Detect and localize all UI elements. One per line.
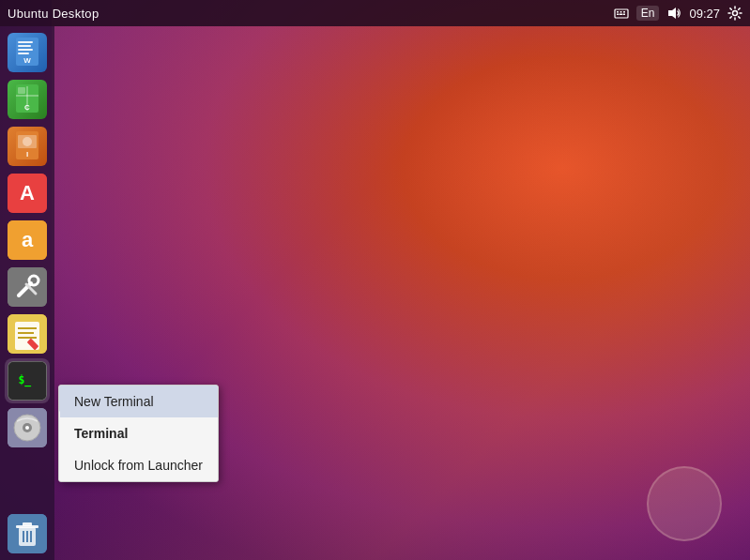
- launcher-item-impress[interactable]: I: [5, 124, 50, 169]
- svg-point-44: [25, 426, 29, 430]
- decorative-circle: [647, 466, 722, 541]
- amazon-icon: a: [8, 220, 47, 260]
- svg-rect-1: [617, 11, 619, 13]
- writer-icon: W: [8, 33, 47, 72]
- launcher-item-system[interactable]: [5, 265, 50, 310]
- launcher-item-trash[interactable]: [5, 511, 50, 556]
- launcher-item-dvd[interactable]: [5, 405, 50, 450]
- impress-icon: I: [8, 127, 47, 166]
- dvd-icon: [8, 408, 47, 447]
- launcher-item-writer[interactable]: W: [5, 30, 50, 75]
- svg-rect-48: [23, 522, 32, 526]
- svg-text:I: I: [26, 150, 28, 159]
- svg-text:A: A: [20, 181, 35, 204]
- svg-rect-14: [18, 53, 29, 54]
- svg-text:$_: $_: [18, 373, 31, 387]
- appstore-icon: A: [8, 174, 47, 213]
- svg-text:C: C: [24, 103, 30, 112]
- launcher-item-terminal[interactable]: $_: [5, 358, 50, 403]
- time-display[interactable]: 09:27: [689, 7, 720, 21]
- svg-rect-5: [619, 14, 622, 16]
- top-panel: Ubuntu Desktop En 09:27: [0, 0, 750, 26]
- settings-icon[interactable]: [727, 6, 742, 21]
- svg-rect-6: [623, 14, 625, 16]
- svg-rect-2: [620, 11, 621, 13]
- svg-text:W: W: [23, 56, 31, 65]
- svg-rect-12: [18, 45, 31, 47]
- context-menu-unlock[interactable]: Unlock from Launcher: [59, 449, 218, 481]
- launcher-sidebar: W C I: [0, 26, 54, 560]
- context-menu-terminal-label: Terminal: [59, 417, 218, 449]
- context-menu-new-terminal[interactable]: New Terminal: [58, 385, 219, 418]
- panel-right-area: En 09:27: [614, 6, 742, 21]
- svg-marker-7: [668, 8, 676, 19]
- notes-icon: [8, 314, 47, 354]
- svg-rect-19: [18, 87, 25, 94]
- svg-rect-3: [623, 11, 625, 13]
- trash-icon: [8, 514, 47, 553]
- system-icon: [8, 267, 47, 307]
- context-menu: New Terminal Terminal Unlock from Launch…: [58, 385, 219, 482]
- launcher-item-notes[interactable]: [5, 311, 50, 356]
- svg-rect-4: [617, 14, 619, 16]
- svg-point-8: [733, 11, 738, 16]
- svg-text:a: a: [22, 228, 34, 251]
- calc-icon: C: [8, 80, 47, 119]
- launcher-item-appstore[interactable]: A: [5, 171, 50, 216]
- svg-point-23: [23, 137, 32, 146]
- panel-title: Ubuntu Desktop: [8, 7, 99, 21]
- terminal-icon: $_: [8, 361, 47, 401]
- svg-rect-13: [18, 49, 33, 51]
- volume-icon[interactable]: [666, 6, 681, 21]
- launcher-item-amazon[interactable]: a: [5, 218, 50, 263]
- language-indicator[interactable]: En: [636, 6, 660, 21]
- svg-rect-11: [18, 41, 33, 43]
- launcher-item-calc[interactable]: C: [5, 77, 50, 122]
- keyboard-icon[interactable]: [614, 6, 629, 21]
